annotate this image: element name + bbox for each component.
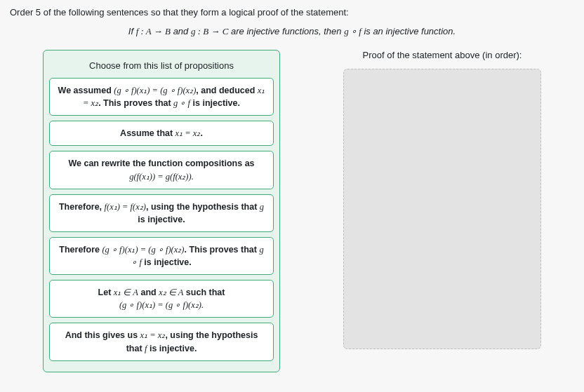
proposition-card[interactable]: Therefore (g ∘ f)(x₁) = (g ∘ f)(x₂). Thi…: [49, 237, 274, 275]
prop-text: is injective.: [138, 215, 185, 224]
proposition-card[interactable]: Let x₁ ∈ A and x₂ ∈ A such that (g ∘ f)(…: [49, 280, 274, 318]
statement-math: f : A → B: [136, 26, 171, 36]
prop-text: Therefore,: [59, 202, 105, 212]
source-header: Choose from this list of propositions: [49, 56, 274, 78]
prop-math: g(f(x₁)) = g(f(x₂)).: [129, 172, 194, 182]
prop-math: (g ∘ f)(x₁) = (g ∘ f)(x₂): [102, 245, 184, 255]
prop-math: x₂ ∈ A: [159, 288, 183, 297]
statement-text: If f : A → B and g : B → C are injective…: [10, 26, 574, 37]
prop-text: is injective.: [190, 98, 240, 108]
instruction-text: Order 5 of the following sentences so th…: [10, 7, 574, 18]
prop-text: We can rewrite the function compositions…: [68, 158, 254, 168]
prop-math: x₁ = x₂: [175, 128, 201, 138]
proposition-card[interactable]: We can rewrite the function compositions…: [49, 151, 274, 189]
statement-math: g ∘ f: [344, 26, 361, 36]
columns-container: Choose from this list of propositions We…: [10, 50, 574, 372]
prop-text: , and deduced: [196, 86, 258, 95]
prop-math: (g ∘ f)(x₁) = (g ∘ f)(x₂).: [119, 300, 204, 310]
prop-text: and: [138, 288, 159, 297]
prop-text: . This proves that: [184, 245, 259, 255]
prop-text: . This proves that: [98, 98, 173, 108]
prop-text: And this gives us: [65, 330, 140, 340]
prop-math: (g ∘ f)(x₁) = (g ∘ f)(x₂): [114, 86, 196, 95]
proposition-card[interactable]: Therefore, f(x₁) = f(x₂), using the hypo…: [49, 194, 274, 232]
statement-part: is an injective function.: [361, 26, 456, 36]
statement-math: g : B → C: [191, 26, 228, 36]
prop-text: such that: [183, 288, 225, 297]
proposition-card[interactable]: And this gives us x₁ = x₂, using the hyp…: [49, 323, 274, 360]
prop-text: We assumed: [58, 86, 114, 95]
prop-text: is injective.: [142, 257, 192, 267]
proof-dropzone[interactable]: [343, 69, 541, 349]
prop-text: Therefore: [59, 245, 102, 255]
proposition-card[interactable]: We assumed (g ∘ f)(x₁) = (g ∘ f)(x₂), an…: [49, 78, 274, 116]
target-panel: Proof of the statement above (in order):: [343, 50, 541, 372]
prop-math: x₁ = x₂: [140, 330, 166, 340]
prop-text: is injective.: [147, 344, 197, 353]
proposition-card[interactable]: Assume that x₁ = x₂.: [49, 121, 274, 146]
prop-text: Let: [98, 288, 114, 297]
prop-math: g ∘ f: [173, 98, 190, 108]
prop-text: , using the hypothesis that: [146, 202, 260, 212]
prop-text: Assume that: [120, 128, 175, 138]
prop-math: x₁ ∈ A: [114, 288, 138, 297]
prop-math: g: [260, 202, 264, 212]
prop-text: .: [200, 128, 202, 138]
prop-math: f(x₁) = f(x₂): [105, 202, 146, 212]
statement-part: are injective functions, then: [228, 26, 344, 36]
statement-part: and: [171, 26, 191, 36]
target-header: Proof of the statement above (in order):: [343, 50, 541, 60]
statement-part: If: [128, 26, 136, 36]
source-panel: Choose from this list of propositions We…: [43, 50, 280, 372]
